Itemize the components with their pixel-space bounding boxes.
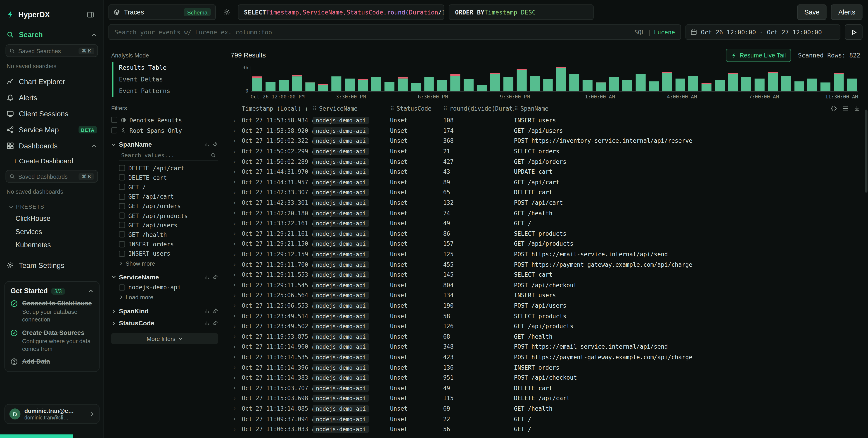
mode-sql-toggle[interactable]: SQL bbox=[634, 29, 645, 35]
sidebar-item-client-sessions[interactable]: Client Sessions bbox=[0, 106, 103, 122]
table-row[interactable]: ›Oct 27 11:29:11.553 AMnodejs-demo-apiUn… bbox=[231, 269, 860, 280]
checkbox[interactable] bbox=[119, 165, 125, 171]
filter-option[interactable]: DELETE cart bbox=[111, 173, 218, 182]
sidebar-item-alerts[interactable]: Alerts bbox=[0, 90, 103, 106]
alerts-button[interactable]: Alerts bbox=[831, 4, 863, 20]
table-row[interactable]: ›Oct 27 11:50:02.299 AMnodejs-demo-apiUn… bbox=[231, 146, 860, 156]
table-row[interactable]: ›Oct 27 11:42:33.301 AMnodejs-demo-apiUn… bbox=[231, 198, 860, 208]
save-button[interactable]: Save bbox=[797, 4, 827, 20]
download-icon[interactable] bbox=[854, 105, 860, 112]
get-started-step[interactable]: Create Data Sources Configure where your… bbox=[10, 328, 93, 353]
col-statuscode[interactable]: ⠿StatusCode bbox=[390, 105, 443, 112]
table-row[interactable]: ›Oct 27 11:13:14.885 AMnodejs-demo-apiUn… bbox=[231, 403, 860, 413]
table-row[interactable]: ›Oct 27 11:23:49.514 AMnodejs-demo-apiUn… bbox=[231, 311, 860, 321]
events-histogram[interactable]: 36 0 Oct 26 12:00:00 PM3:30:00 PM6:30:00… bbox=[231, 65, 860, 100]
create-dashboard-link[interactable]: + Create Dashboard bbox=[0, 154, 103, 168]
table-row[interactable]: ›Oct 27 11:50:02.289 AMnodejs-demo-apiUn… bbox=[231, 156, 860, 167]
pin-icon[interactable] bbox=[212, 309, 218, 314]
source-selector[interactable]: Traces Schema bbox=[108, 4, 216, 20]
table-row[interactable]: ›Oct 27 11:16:14.535 AMnodejs-demo-apiUn… bbox=[231, 352, 860, 362]
date-range-picker[interactable]: Oct 26 12:00:00 - Oct 27 12:00:00 bbox=[685, 24, 840, 40]
preset-kubernetes[interactable]: Kubernetes bbox=[0, 238, 103, 252]
table-row[interactable]: ›Oct 27 11:16:14.960 AMnodejs-demo-apiUn… bbox=[231, 341, 860, 352]
col-spanname[interactable]: ⠿SpanName bbox=[514, 105, 822, 112]
table-row[interactable]: ›Oct 27 11:29:21.161 AMnodejs-demo-apiUn… bbox=[231, 228, 860, 238]
get-started-step[interactable]: Add Data bbox=[10, 358, 93, 366]
schema-badge[interactable]: Schema bbox=[184, 8, 211, 16]
checkbox[interactable] bbox=[111, 127, 117, 134]
bar-chart-icon[interactable] bbox=[204, 309, 210, 314]
checkbox[interactable] bbox=[119, 222, 125, 228]
checkbox[interactable] bbox=[111, 117, 117, 123]
order-by-input[interactable]: ORDER BY Timestamp DESC bbox=[449, 4, 594, 20]
checkbox[interactable] bbox=[119, 174, 125, 180]
table-row[interactable]: ›Oct 27 11:29:12.159 AMnodejs-demo-apiUn… bbox=[231, 249, 860, 259]
filter-option[interactable]: GET /api/products bbox=[111, 211, 218, 221]
user-menu[interactable]: D dominic.tran@c… dominic.tran@cli… bbox=[4, 404, 100, 424]
histogram-plot[interactable] bbox=[251, 66, 858, 92]
table-row[interactable]: ›Oct 27 11:16:14.396 AMnodejs-demo-apiUn… bbox=[231, 362, 860, 372]
checkbox[interactable] bbox=[119, 203, 125, 209]
filter-group-servicename[interactable]: ServiceName bbox=[111, 274, 218, 281]
preset-services[interactable]: Services bbox=[0, 225, 103, 239]
bar-chart-icon[interactable] bbox=[204, 142, 210, 147]
sidebar-item-service-map[interactable]: Service Map BETA bbox=[0, 122, 103, 138]
row-density-icon[interactable] bbox=[842, 105, 848, 112]
table-row[interactable]: ›Oct 27 11:29:21.150 AMnodejs-demo-apiUn… bbox=[231, 239, 860, 249]
table-row[interactable]: ›Oct 27 11:42:20.180 AMnodejs-demo-apiUn… bbox=[231, 208, 860, 218]
chevron-up-icon[interactable] bbox=[88, 288, 93, 294]
filter-option[interactable]: INSERT orders bbox=[111, 239, 218, 249]
checkbox[interactable] bbox=[119, 284, 125, 291]
table-row[interactable]: ›Oct 27 11:06:33.033 AMnodejs-demo-apiUn… bbox=[231, 424, 860, 434]
checkbox[interactable] bbox=[119, 251, 125, 257]
mode-lucene-toggle[interactable]: Lucene bbox=[654, 29, 675, 35]
filter-option[interactable]: GET /health bbox=[111, 230, 218, 239]
select-clause-input[interactable]: SELECT Timestamp,ServiceName,StatusCode,… bbox=[238, 4, 445, 20]
pin-icon[interactable] bbox=[212, 274, 218, 280]
filter-group-spankind[interactable]: SpanKind bbox=[111, 308, 218, 314]
spanname-value-search[interactable]: Search values... bbox=[119, 150, 218, 160]
table-row[interactable]: ›Oct 27 11:53:58.934 AMnodejs-demo-apiUn… bbox=[231, 115, 860, 125]
checkbox[interactable] bbox=[119, 232, 125, 238]
bar-chart-icon[interactable] bbox=[204, 321, 210, 326]
more-filters-button[interactable]: More filters bbox=[111, 333, 218, 344]
table-row[interactable]: ›Oct 27 11:19:53.875 AMnodejs-demo-apiUn… bbox=[231, 331, 860, 341]
source-settings-gear-icon[interactable] bbox=[220, 5, 234, 19]
scrollbar-thumb[interactable] bbox=[865, 110, 867, 193]
col-servicename[interactable]: ⠿ServiceName bbox=[313, 105, 390, 112]
filter-option[interactable]: GET /api/users bbox=[111, 221, 218, 230]
sidebar-item-search[interactable]: Search bbox=[0, 27, 103, 42]
bar-chart-icon[interactable] bbox=[204, 274, 210, 280]
table-row[interactable]: ›Oct 27 11:44:31.970 AMnodejs-demo-apiUn… bbox=[231, 167, 860, 177]
table-row[interactable]: ›Oct 27 11:29:11.700 AMnodejs-demo-apiUn… bbox=[231, 259, 860, 269]
filter-option[interactable]: DELETE /api/cart bbox=[111, 163, 218, 173]
table-row[interactable]: ›Oct 27 11:16:14.383 AMnodejs-demo-apiUn… bbox=[231, 372, 860, 383]
search-input[interactable]: Search your events w/ Lucene ex. column:… bbox=[108, 24, 681, 40]
filter-option[interactable]: nodejs-demo-api bbox=[111, 283, 218, 292]
table-row[interactable]: ›Oct 27 11:44:31.957 AMnodejs-demo-apiUn… bbox=[231, 177, 860, 187]
table-row[interactable]: ›Oct 27 11:42:33.307 AMnodejs-demo-apiUn… bbox=[231, 187, 860, 197]
analysis-mode-option[interactable]: Results Table bbox=[113, 62, 218, 74]
checkbox[interactable] bbox=[119, 184, 125, 190]
run-query-button[interactable] bbox=[845, 24, 862, 40]
table-row[interactable]: ›Oct 27 11:50:02.322 AMnodejs-demo-apiUn… bbox=[231, 136, 860, 146]
preset-clickhouse[interactable]: ClickHouse bbox=[0, 212, 103, 225]
sidebar-item-chart-explorer[interactable]: Chart Explorer bbox=[0, 74, 103, 90]
pin-icon[interactable] bbox=[212, 142, 218, 147]
col-duration[interactable]: ⠿round(divide(Durat… bbox=[443, 105, 514, 112]
filter-option[interactable]: GET /api/orders bbox=[111, 201, 218, 211]
filter-option[interactable]: GET /api/cart bbox=[111, 192, 218, 201]
filter-group-spanname[interactable]: SpanName bbox=[111, 141, 218, 148]
resume-live-tail-button[interactable]: Resume Live Tail bbox=[726, 49, 791, 62]
root-spans-only-toggle[interactable]: Root Spans Only bbox=[111, 125, 218, 136]
spanname-show-more[interactable]: Show more bbox=[111, 258, 218, 268]
saved-dashboards-input[interactable]: Saved Dashboards ⌘ K bbox=[5, 170, 98, 182]
analysis-mode-option[interactable]: Event Deltas bbox=[113, 74, 218, 85]
checkbox[interactable] bbox=[119, 241, 125, 247]
table-row[interactable]: ›Oct 27 11:15:03.698 AMnodejs-demo-apiUn… bbox=[231, 393, 860, 403]
saved-searches-input[interactable]: Saved Searches ⌘ K bbox=[5, 45, 98, 57]
table-row[interactable]: ›Oct 27 11:09:37.094 AMnodejs-demo-apiUn… bbox=[231, 414, 860, 424]
collapse-sidebar-icon[interactable] bbox=[84, 8, 97, 21]
table-row[interactable]: ›Oct 27 11:23:49.502 AMnodejs-demo-apiUn… bbox=[231, 321, 860, 331]
analysis-mode-option[interactable]: Event Patterns bbox=[113, 85, 218, 97]
